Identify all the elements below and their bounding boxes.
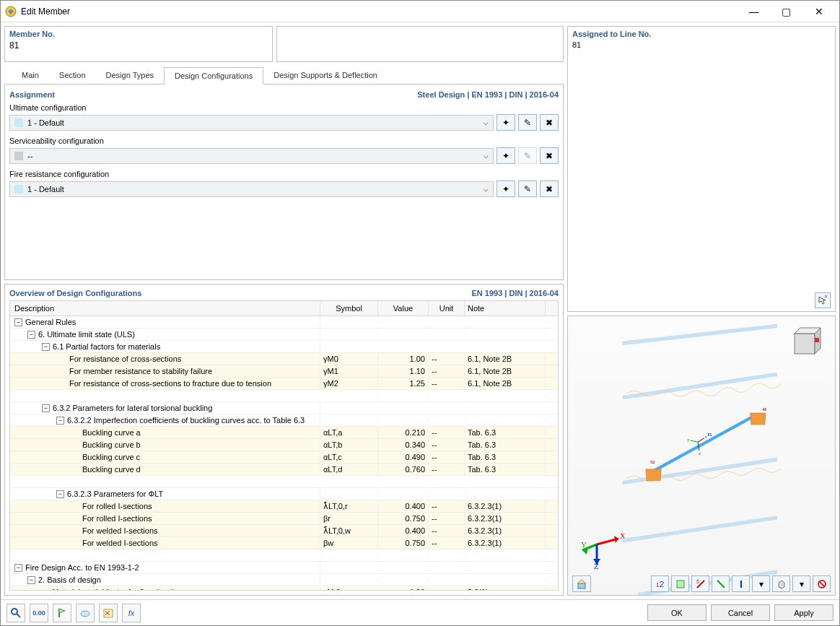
svg-text:x: x: [705, 435, 707, 439]
svg-rect-21: [815, 338, 819, 342]
apply-button[interactable]: Apply: [774, 604, 834, 621]
assignment-heading: Assignment: [9, 90, 55, 99]
fire-dropdown[interactable]: 1 - Default ⌵: [9, 181, 494, 197]
svg-text:52: 52: [650, 460, 655, 464]
home-icon: [577, 579, 587, 589]
script-x-button[interactable]: [99, 604, 118, 622]
col-symbol[interactable]: Symbol: [320, 301, 378, 316]
flag-icon: [56, 607, 68, 619]
table-row: For rolled I-sectionsλ̄LT,0,r0.400--6.3.…: [10, 500, 558, 513]
svg-line-8: [654, 415, 756, 471]
tab-design-types[interactable]: Design Types: [96, 67, 164, 84]
minimize-button[interactable]: —: [738, 1, 770, 22]
global-axes-icon: X Y Z: [581, 529, 624, 569]
service-label: Serviceability configuration: [9, 136, 559, 145]
tree-collapse-icon[interactable]: −: [56, 417, 64, 425]
svg-marker-44: [59, 609, 65, 613]
table-row: For rolled I-sectionsβr0.750--6.3.2.3(1): [10, 513, 558, 525]
chevron-down-icon: ⌵: [484, 118, 489, 127]
overview-grid[interactable]: Description Symbol Value Unit Note −Gene…: [9, 300, 559, 591]
view-z-button[interactable]: [732, 575, 750, 592]
member-no-label: Member No.: [9, 30, 268, 38]
window-title: Edit Member: [21, 6, 738, 17]
iso-view-button[interactable]: [772, 575, 790, 592]
view-y-button[interactable]: [712, 575, 730, 592]
edit-config-button[interactable]: ✎: [518, 181, 537, 197]
ultimate-dropdown[interactable]: 1 - Default ⌵: [9, 115, 494, 131]
col-note[interactable]: Note: [465, 301, 546, 316]
delete-config-button[interactable]: ✖: [540, 181, 559, 197]
swatch-icon: [14, 152, 23, 160]
new-config-button[interactable]: ✦: [496, 147, 515, 164]
new-config-button[interactable]: ✦: [496, 181, 515, 197]
view-x-button[interactable]: ±: [691, 575, 709, 592]
close-button[interactable]: ✕: [802, 1, 835, 22]
edit-config-button[interactable]: ✎: [518, 147, 537, 164]
maximize-button[interactable]: ▢: [770, 1, 802, 22]
tab-design-configurations[interactable]: Design Configurations: [164, 67, 263, 84]
tree-collapse-icon[interactable]: −: [27, 576, 35, 584]
tab-section[interactable]: Section: [49, 67, 96, 84]
cancel-button[interactable]: Cancel: [711, 604, 770, 621]
tree-collapse-icon[interactable]: −: [27, 331, 35, 339]
app-icon: [5, 6, 17, 17]
col-unit[interactable]: Unit: [429, 301, 465, 316]
member-no-input[interactable]: [9, 40, 268, 51]
annotations-button[interactable]: [53, 604, 71, 622]
tree-collapse-icon[interactable]: −: [42, 343, 50, 351]
col-value[interactable]: Value: [378, 301, 429, 316]
pick-line-button[interactable]: [815, 292, 831, 308]
numbering-button[interactable]: 12: [651, 575, 669, 592]
support-icon: [675, 579, 686, 589]
loads-button[interactable]: [76, 604, 95, 622]
axis-z-icon: [736, 579, 746, 589]
tree-collapse-icon[interactable]: −: [14, 564, 22, 572]
col-description[interactable]: Description: [10, 301, 320, 316]
assigned-line-input[interactable]: [572, 40, 815, 49]
tabstrip: Main Section Design Types Design Configu…: [4, 67, 564, 84]
svg-text:43: 43: [762, 407, 766, 412]
svg-marker-38: [779, 581, 784, 588]
reset-view-button[interactable]: [813, 575, 831, 592]
tree-collapse-icon[interactable]: −: [14, 318, 22, 326]
new-config-button[interactable]: ✦: [496, 114, 515, 131]
svg-point-45: [81, 611, 89, 617]
ok-button[interactable]: OK: [647, 604, 706, 621]
magnifier-icon: [10, 607, 22, 619]
show-supports-button[interactable]: [671, 575, 689, 592]
model-viewport[interactable]: 43 52 81 y x z: [567, 316, 836, 596]
overview-standard: EN 1993 | DIN | 2016-04: [471, 289, 559, 297]
svg-text:Y: Y: [581, 540, 587, 549]
function-button[interactable]: fx: [122, 604, 141, 622]
edit-config-button[interactable]: ✎: [518, 114, 537, 131]
svg-point-41: [12, 609, 17, 614]
table-row: Buckling curve cαLT,c0.490--Tab. 6.3: [10, 451, 558, 464]
fire-label: Fire resistance configuration: [9, 170, 559, 178]
iso-menu-button[interactable]: ▾: [792, 575, 810, 592]
table-row: Buckling curve dαLT,d0.760--Tab. 6.3: [10, 464, 558, 476]
tree-collapse-icon[interactable]: −: [42, 404, 50, 412]
help-button[interactable]: [6, 604, 25, 622]
assignment-standard: Steel Design | EN 1993 | DIN | 2016-04: [417, 90, 559, 99]
delete-config-button[interactable]: ✖: [540, 114, 559, 131]
tree-collapse-icon[interactable]: −: [56, 490, 64, 498]
svg-line-40: [819, 581, 825, 587]
cursor-pick-icon: [818, 295, 828, 305]
view-menu-button[interactable]: ▾: [752, 575, 770, 592]
svg-line-36: [717, 581, 725, 588]
nav-cube[interactable]: [784, 323, 825, 364]
tab-design-supports-deflection[interactable]: Design Supports & Deflection: [263, 67, 388, 84]
table-row: Buckling curve bαLT,b0.340--Tab. 6.3: [10, 439, 558, 451]
script-x-icon: [102, 607, 114, 619]
svg-line-12: [690, 440, 698, 442]
reset-icon: [817, 579, 827, 589]
tab-main[interactable]: Main: [12, 67, 49, 84]
svg-text:y: y: [687, 438, 689, 442]
delete-config-button[interactable]: ✖: [540, 147, 559, 164]
table-row: For resistance of cross-sections to frac…: [10, 378, 558, 390]
units-button[interactable]: 0.00: [30, 604, 48, 622]
svg-text:Z: Z: [594, 562, 599, 569]
view-home-button[interactable]: [572, 575, 591, 592]
service-dropdown[interactable]: -- ⌵: [9, 148, 494, 164]
swatch-icon: [14, 118, 23, 127]
